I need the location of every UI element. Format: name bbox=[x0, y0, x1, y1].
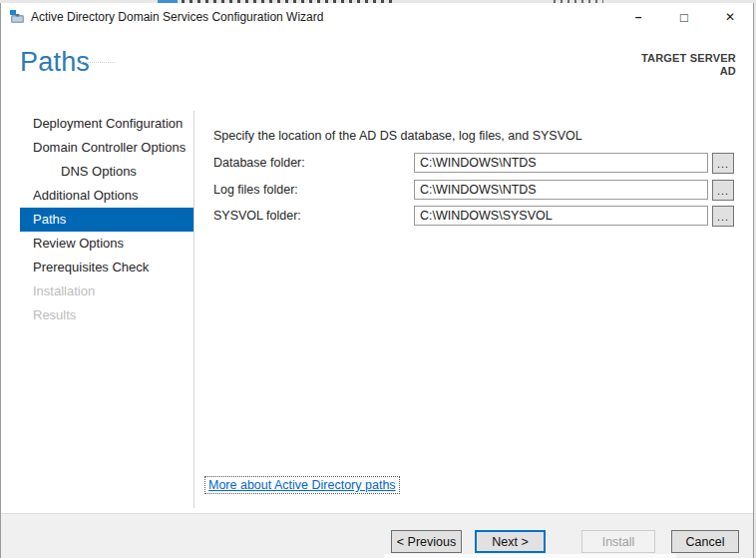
sysvol-folder-input[interactable] bbox=[414, 206, 708, 226]
sidebar-item-deployment-configuration[interactable]: Deployment Configuration bbox=[20, 112, 193, 136]
database-folder-input[interactable] bbox=[414, 153, 708, 173]
close-button[interactable]: ✕ bbox=[707, 3, 753, 31]
log-files-folder-label: Log files folder: bbox=[213, 180, 298, 200]
wizard-steps-sidebar: Deployment Configuration Domain Controll… bbox=[20, 112, 193, 327]
target-server-label: TARGET SERVER bbox=[641, 52, 736, 65]
background-window-edge-bottom bbox=[384, 554, 676, 558]
wizard-dialog: Active Directory Domain Services Configu… bbox=[0, 3, 754, 558]
page-description: Specify the location of the AD DS databa… bbox=[213, 129, 582, 143]
sidebar-item-dns-options[interactable]: DNS Options bbox=[20, 160, 193, 184]
sidebar-item-additional-options[interactable]: Additional Options bbox=[20, 184, 193, 208]
log-files-folder-input[interactable] bbox=[414, 180, 708, 200]
app-icon bbox=[10, 9, 25, 24]
previous-button[interactable]: < Previous bbox=[391, 530, 462, 553]
install-button: Install bbox=[581, 530, 655, 553]
sidebar-item-results: Results bbox=[20, 303, 193, 327]
sidebar-item-paths[interactable]: Paths bbox=[20, 208, 193, 232]
window-title: Active Directory Domain Services Configu… bbox=[31, 3, 323, 31]
log-files-folder-browse-button[interactable]: ... bbox=[712, 180, 734, 201]
cancel-button[interactable]: Cancel bbox=[671, 530, 739, 553]
window-controls: – □ ✕ bbox=[615, 3, 753, 31]
sysvol-folder-browse-button[interactable]: ... bbox=[712, 206, 734, 227]
sidebar-item-prerequisites-check[interactable]: Prerequisites Check bbox=[20, 256, 193, 279]
sysvol-folder-label: SYSVOL folder: bbox=[213, 206, 301, 226]
minimize-button[interactable]: – bbox=[615, 3, 661, 31]
target-server-name: AD bbox=[641, 65, 736, 78]
sidebar-item-review-options[interactable]: Review Options bbox=[20, 232, 193, 256]
sidebar-item-domain-controller-options[interactable]: Domain Controller Options bbox=[20, 136, 193, 160]
database-folder-browse-button[interactable]: ... bbox=[712, 153, 734, 174]
sidebar-item-installation: Installation bbox=[20, 279, 193, 303]
sidebar-divider bbox=[193, 111, 194, 508]
maximize-button[interactable]: □ bbox=[661, 3, 707, 31]
target-server-info: TARGET SERVER AD bbox=[641, 52, 736, 78]
more-about-paths-link[interactable]: More about Active Directory paths bbox=[204, 476, 400, 494]
next-button[interactable]: Next > bbox=[475, 530, 546, 553]
footer: < Previous Next > Install Cancel bbox=[1, 513, 753, 558]
focus-dots bbox=[81, 62, 115, 67]
page-title: Paths bbox=[20, 47, 90, 78]
screen: Active Directory Domain Services Configu… bbox=[0, 0, 756, 558]
database-folder-label: Database folder: bbox=[213, 153, 305, 173]
titlebar[interactable]: Active Directory Domain Services Configu… bbox=[1, 3, 753, 31]
